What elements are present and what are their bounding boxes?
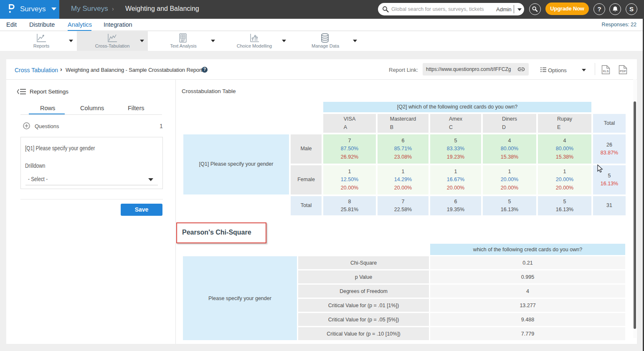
svg-text:XLS: XLS [603, 69, 609, 73]
svg-text:PDF: PDF [620, 69, 626, 73]
